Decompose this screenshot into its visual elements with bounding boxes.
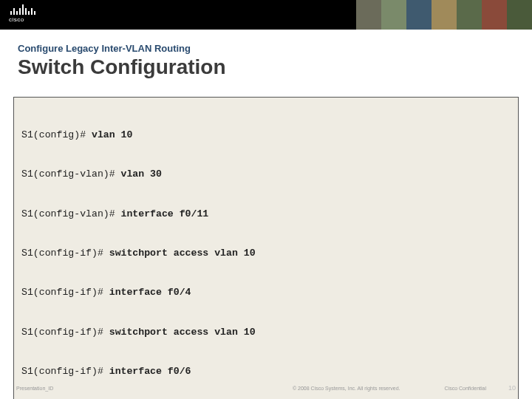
footer: Presentation_ID © 2008 Cisco Systems, In… <box>0 384 532 392</box>
title-block: Configure Legacy Inter-VLAN Routing Swit… <box>0 30 532 86</box>
cisco-logo-text: cisco <box>9 16 43 23</box>
copyright: © 2008 Cisco Systems, Inc. All rights re… <box>293 386 400 391</box>
confidential: Cisco Confidential <box>445 386 486 391</box>
page-number: 10 <box>508 384 516 392</box>
header-photo-strip <box>356 0 532 30</box>
page-title: Switch Configuration <box>18 55 514 79</box>
cli-line: S1(config)# vlan 10 <box>21 129 511 142</box>
cli-line: S1(config-vlan)# interface f0/11 <box>21 208 511 221</box>
presentation-id: Presentation_ID <box>16 386 53 391</box>
pretitle: Configure Legacy Inter-VLAN Routing <box>18 43 514 54</box>
cli-line: S1(config-vlan)# vlan 30 <box>21 168 511 181</box>
terminal-output: S1(config)# vlan 10 S1(config-vlan)# vla… <box>21 102 511 399</box>
cisco-logo: cisco <box>9 3 43 27</box>
top-bar: cisco <box>0 0 532 30</box>
cli-line: S1(config-if)# switchport access vlan 10 <box>21 326 511 339</box>
cli-line: S1(config-if)# switchport access vlan 10 <box>21 247 511 260</box>
cisco-logo-icon <box>9 3 43 15</box>
cli-line: S1(config-if)# interface f0/6 <box>21 365 511 378</box>
cli-line: S1(config-if)# interface f0/4 <box>21 286 511 299</box>
terminal-box: S1(config)# vlan 10 S1(config-vlan)# vla… <box>13 97 519 399</box>
